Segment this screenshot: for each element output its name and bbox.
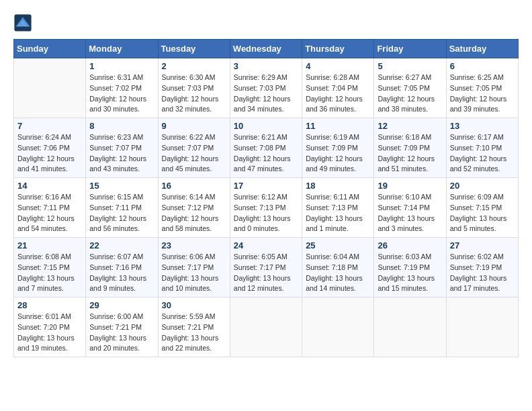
- day-number: 20: [450, 181, 515, 191]
- calendar-cell: 3Sunrise: 6:29 AMSunset: 7:03 PMDaylight…: [230, 58, 302, 118]
- day-info: Sunrise: 6:08 AMSunset: 7:15 PMDaylight:…: [17, 252, 82, 294]
- day-number: 6: [450, 61, 515, 71]
- day-number: 25: [306, 240, 370, 250]
- calendar-cell: 25Sunrise: 6:04 AMSunset: 7:18 PMDayligh…: [302, 238, 374, 298]
- calendar-cell: 12Sunrise: 6:18 AMSunset: 7:09 PMDayligh…: [374, 118, 446, 178]
- calendar-cell: 30Sunrise: 5:59 AMSunset: 7:21 PMDayligh…: [158, 298, 230, 357]
- calendar-cell: 2Sunrise: 6:30 AMSunset: 7:03 PMDaylight…: [158, 58, 230, 118]
- day-number: 27: [450, 240, 515, 250]
- calendar-cell: 29Sunrise: 6:00 AMSunset: 7:21 PMDayligh…: [86, 298, 158, 357]
- day-info: Sunrise: 6:24 AMSunset: 7:06 PMDaylight:…: [17, 132, 82, 175]
- day-number: 9: [162, 121, 226, 131]
- day-info: Sunrise: 6:11 AMSunset: 7:13 PMDaylight:…: [306, 192, 370, 234]
- weekday-header-monday: Monday: [86, 40, 158, 58]
- day-number: 11: [306, 121, 370, 131]
- calendar-table: SundayMondayTuesdayWednesdayThursdayFrid…: [13, 39, 519, 357]
- calendar-cell: 27Sunrise: 6:02 AMSunset: 7:19 PMDayligh…: [446, 238, 518, 298]
- calendar-cell: 14Sunrise: 6:16 AMSunset: 7:11 PMDayligh…: [14, 178, 86, 238]
- day-info: Sunrise: 6:00 AMSunset: 7:21 PMDaylight:…: [89, 312, 154, 354]
- weekday-header-wednesday: Wednesday: [230, 40, 302, 58]
- calendar-cell: 20Sunrise: 6:09 AMSunset: 7:15 PMDayligh…: [446, 178, 518, 238]
- weekday-header-tuesday: Tuesday: [158, 40, 230, 58]
- calendar-cell: 1Sunrise: 6:31 AMSunset: 7:02 PMDaylight…: [86, 58, 158, 118]
- day-number: 24: [234, 240, 298, 250]
- day-number: 30: [162, 300, 226, 310]
- logo-icon: [13, 13, 32, 32]
- day-info: Sunrise: 6:18 AMSunset: 7:09 PMDaylight:…: [378, 132, 442, 175]
- calendar-cell: 23Sunrise: 6:06 AMSunset: 7:17 PMDayligh…: [158, 238, 230, 298]
- day-info: Sunrise: 6:15 AMSunset: 7:11 PMDaylight:…: [89, 192, 154, 234]
- day-info: Sunrise: 6:30 AMSunset: 7:03 PMDaylight:…: [162, 73, 226, 115]
- day-number: 14: [17, 181, 82, 191]
- weekday-header-sunday: Sunday: [14, 40, 86, 58]
- calendar-cell: 26Sunrise: 6:03 AMSunset: 7:19 PMDayligh…: [374, 238, 446, 298]
- day-number: 16: [162, 181, 226, 191]
- day-number: 21: [17, 240, 82, 250]
- day-info: Sunrise: 6:23 AMSunset: 7:07 PMDaylight:…: [89, 132, 154, 175]
- weekday-header-saturday: Saturday: [446, 40, 518, 58]
- day-number: 29: [89, 300, 154, 310]
- day-number: 26: [378, 240, 442, 250]
- day-info: Sunrise: 6:31 AMSunset: 7:02 PMDaylight:…: [89, 73, 154, 115]
- calendar-cell: 19Sunrise: 6:10 AMSunset: 7:14 PMDayligh…: [374, 178, 446, 238]
- logo: [13, 13, 36, 32]
- day-info: Sunrise: 6:06 AMSunset: 7:17 PMDaylight:…: [162, 252, 226, 294]
- calendar-cell: 9Sunrise: 6:22 AMSunset: 7:07 PMDaylight…: [158, 118, 230, 178]
- day-info: Sunrise: 6:12 AMSunset: 7:13 PMDaylight:…: [234, 192, 298, 234]
- day-info: Sunrise: 6:09 AMSunset: 7:15 PMDaylight:…: [450, 192, 515, 234]
- weekday-header-friday: Friday: [374, 40, 446, 58]
- calendar-cell: 7Sunrise: 6:24 AMSunset: 7:06 PMDaylight…: [14, 118, 86, 178]
- day-info: Sunrise: 6:22 AMSunset: 7:07 PMDaylight:…: [162, 132, 226, 175]
- day-info: Sunrise: 6:01 AMSunset: 7:20 PMDaylight:…: [17, 312, 82, 354]
- calendar-cell: 8Sunrise: 6:23 AMSunset: 7:07 PMDaylight…: [86, 118, 158, 178]
- calendar-cell: 17Sunrise: 6:12 AMSunset: 7:13 PMDayligh…: [230, 178, 302, 238]
- calendar-cell: [374, 298, 446, 357]
- calendar-cell: 18Sunrise: 6:11 AMSunset: 7:13 PMDayligh…: [302, 178, 374, 238]
- day-info: Sunrise: 6:14 AMSunset: 7:12 PMDaylight:…: [162, 192, 226, 234]
- calendar-cell: 24Sunrise: 6:05 AMSunset: 7:17 PMDayligh…: [230, 238, 302, 298]
- day-number: 1: [89, 61, 154, 71]
- day-info: Sunrise: 6:07 AMSunset: 7:16 PMDaylight:…: [89, 252, 154, 294]
- day-info: Sunrise: 6:28 AMSunset: 7:04 PMDaylight:…: [306, 73, 370, 115]
- calendar-cell: 21Sunrise: 6:08 AMSunset: 7:15 PMDayligh…: [14, 238, 86, 298]
- calendar-cell: 6Sunrise: 6:25 AMSunset: 7:05 PMDaylight…: [446, 58, 518, 118]
- day-number: 7: [17, 121, 82, 131]
- calendar-cell: [302, 298, 374, 357]
- day-info: Sunrise: 6:19 AMSunset: 7:09 PMDaylight:…: [306, 132, 370, 175]
- weekday-header-row: SundayMondayTuesdayWednesdayThursdayFrid…: [14, 40, 519, 58]
- day-info: Sunrise: 6:25 AMSunset: 7:05 PMDaylight:…: [450, 73, 515, 115]
- calendar-cell: 28Sunrise: 6:01 AMSunset: 7:20 PMDayligh…: [14, 298, 86, 357]
- calendar-cell: 15Sunrise: 6:15 AMSunset: 7:11 PMDayligh…: [86, 178, 158, 238]
- day-number: 22: [89, 240, 154, 250]
- day-number: 15: [89, 181, 154, 191]
- week-row-5: 28Sunrise: 6:01 AMSunset: 7:20 PMDayligh…: [14, 298, 519, 357]
- day-number: 12: [378, 121, 442, 131]
- header: [13, 13, 519, 32]
- day-number: 28: [17, 300, 82, 310]
- calendar-cell: 13Sunrise: 6:17 AMSunset: 7:10 PMDayligh…: [446, 118, 518, 178]
- calendar-cell: 5Sunrise: 6:27 AMSunset: 7:05 PMDaylight…: [374, 58, 446, 118]
- day-number: 8: [89, 121, 154, 131]
- week-row-1: 1Sunrise: 6:31 AMSunset: 7:02 PMDaylight…: [14, 58, 519, 118]
- day-info: Sunrise: 6:29 AMSunset: 7:03 PMDaylight:…: [234, 73, 298, 115]
- day-number: 19: [378, 181, 442, 191]
- day-info: Sunrise: 6:04 AMSunset: 7:18 PMDaylight:…: [306, 252, 370, 294]
- calendar-cell: [14, 58, 86, 118]
- day-number: 13: [450, 121, 515, 131]
- weekday-header-thursday: Thursday: [302, 40, 374, 58]
- week-row-3: 14Sunrise: 6:16 AMSunset: 7:11 PMDayligh…: [14, 178, 519, 238]
- calendar-cell: 4Sunrise: 6:28 AMSunset: 7:04 PMDaylight…: [302, 58, 374, 118]
- calendar-cell: 10Sunrise: 6:21 AMSunset: 7:08 PMDayligh…: [230, 118, 302, 178]
- day-number: 18: [306, 181, 370, 191]
- day-info: Sunrise: 6:02 AMSunset: 7:19 PMDaylight:…: [450, 252, 515, 294]
- calendar-cell: [446, 298, 518, 357]
- day-number: 4: [306, 61, 370, 71]
- week-row-2: 7Sunrise: 6:24 AMSunset: 7:06 PMDaylight…: [14, 118, 519, 178]
- calendar-cell: 11Sunrise: 6:19 AMSunset: 7:09 PMDayligh…: [302, 118, 374, 178]
- calendar-cell: 16Sunrise: 6:14 AMSunset: 7:12 PMDayligh…: [158, 178, 230, 238]
- calendar-cell: 22Sunrise: 6:07 AMSunset: 7:16 PMDayligh…: [86, 238, 158, 298]
- day-info: Sunrise: 6:16 AMSunset: 7:11 PMDaylight:…: [17, 192, 82, 234]
- day-info: Sunrise: 6:05 AMSunset: 7:17 PMDaylight:…: [234, 252, 298, 294]
- day-number: 3: [234, 61, 298, 71]
- day-info: Sunrise: 6:21 AMSunset: 7:08 PMDaylight:…: [234, 132, 298, 175]
